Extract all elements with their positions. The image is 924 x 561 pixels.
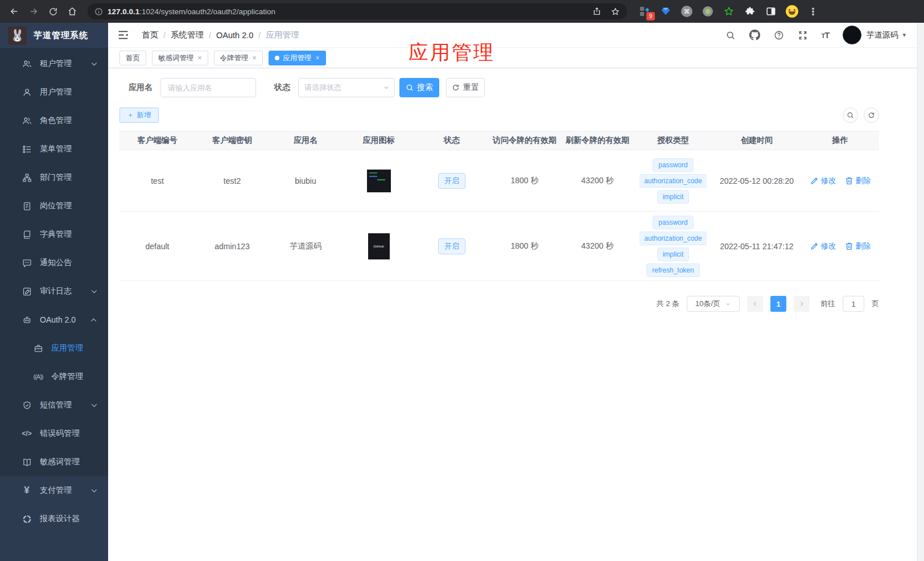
cell-client-id: test <box>119 176 195 185</box>
sidebar-item-tenant[interactable]: 租户管理 <box>0 50 108 78</box>
status-tag: 开启 <box>438 173 465 189</box>
next-page-button[interactable] <box>794 296 810 312</box>
browser-back-button[interactable] <box>6 3 23 20</box>
trash-icon <box>844 241 854 251</box>
column-header: 应用图标 <box>342 135 415 146</box>
breadcrumb-current: 应用管理 <box>266 30 299 40</box>
sidebar-item-menu[interactable]: 菜单管理 <box>0 135 108 163</box>
side-panel-icon[interactable] <box>765 5 777 18</box>
extension-recorder-icon[interactable] <box>702 5 714 18</box>
shield-icon <box>22 401 32 410</box>
tab-令牌管理[interactable]: 令牌管理× <box>214 51 263 65</box>
page-scrollbar[interactable] <box>917 23 924 561</box>
sidebar-item-error-code[interactable]: </>错误码管理 <box>0 419 108 448</box>
delete-link[interactable]: 删除 <box>844 176 871 186</box>
collapse-sidebar-icon[interactable] <box>117 29 129 41</box>
sidebar-item-label: 通知公告 <box>40 258 72 268</box>
edit-link[interactable]: 修改 <box>810 176 836 186</box>
site-info-icon[interactable] <box>94 7 103 16</box>
browser-reload-button[interactable] <box>44 3 61 20</box>
search-icon[interactable] <box>725 30 736 40</box>
breadcrumb-oauth2[interactable]: OAuth 2.0 <box>216 31 253 40</box>
red-annotation-title: 应用管理 <box>409 39 495 66</box>
fullscreen-icon[interactable] <box>798 30 808 40</box>
browser-forward-button[interactable] <box>25 3 42 20</box>
user-icon <box>22 88 32 97</box>
user-menu[interactable]: 芋道源码 ▾ <box>843 26 906 44</box>
extension-gem-icon[interactable] <box>659 5 672 18</box>
delete-label: 删除 <box>856 241 871 251</box>
delete-link[interactable]: 删除 <box>844 241 871 251</box>
close-tab-icon[interactable]: × <box>253 54 257 62</box>
extension-tampermonkey-icon[interactable]: 9 <box>638 5 651 18</box>
sidebar-item-oauth2-application[interactable]: 应用管理 <box>0 334 108 362</box>
grant-type-tag: password <box>653 158 693 172</box>
page-size-select[interactable]: 10条/页 <box>687 296 740 312</box>
chevron-down-icon <box>89 486 99 496</box>
close-tab-icon[interactable]: × <box>316 54 320 62</box>
refresh-table-button[interactable] <box>864 108 879 123</box>
help-icon[interactable] <box>774 30 784 40</box>
column-header: 授权类型 <box>634 135 712 146</box>
cell-grant-types: passwordauthorization_codeimplicit <box>634 157 712 205</box>
sidebar-item-pay[interactable]: ¥支付管理 <box>0 476 108 505</box>
status-select[interactable]: 请选择状态 <box>298 78 395 97</box>
close-tab-icon[interactable]: × <box>198 54 202 62</box>
sidebar-item-report-designer[interactable]: 报表设计器 <box>0 505 108 533</box>
sidebar-item-sms[interactable]: 短信管理 <box>0 391 108 419</box>
edit-label: 修改 <box>821 241 836 251</box>
sidebar-item-user[interactable]: 用户管理 <box>0 78 108 106</box>
sidebar-item-label: 支付管理 <box>40 485 72 496</box>
github-icon[interactable] <box>749 30 760 40</box>
edit-link[interactable]: 修改 <box>810 241 836 251</box>
sidebar-item-sensitive-word[interactable]: 敏感词管理 <box>0 448 108 476</box>
sidebar-item-dict[interactable]: 字典管理 <box>0 220 108 249</box>
search-button[interactable]: 搜索 <box>399 78 439 97</box>
reset-button[interactable]: 重置 <box>446 78 485 97</box>
app-name-input[interactable] <box>160 78 256 97</box>
app-icon-image <box>367 170 391 192</box>
app-logo[interactable]: 🐰 芋道管理系统 <box>0 23 108 48</box>
sidebar-item-notice[interactable]: 通知公告 <box>0 249 108 277</box>
tab-首页[interactable]: 首页 <box>119 51 146 65</box>
sidebar-item-label: 菜单管理 <box>40 144 72 154</box>
toggle-search-button[interactable] <box>843 108 858 123</box>
sidebar-item-post[interactable]: 岗位管理 <box>0 192 108 220</box>
table-body: testtest2biubiu开启1800 秒43200 秒passwordau… <box>119 150 879 281</box>
tab-敏感词管理[interactable]: 敏感词管理× <box>152 51 208 65</box>
reset-button-label: 重置 <box>463 82 479 93</box>
address-bar[interactable]: 127.0.0.1:1024/system/oauth2/oauth2/appl… <box>88 3 627 19</box>
tab-应用管理[interactable]: 应用管理× <box>269 51 326 65</box>
system-submenu-group: 租户管理用户管理角色管理菜单管理部门管理岗位管理字典管理通知公告审计日志OAut… <box>0 48 108 476</box>
add-button-label: 新增 <box>137 110 151 120</box>
prev-page-button[interactable] <box>747 296 763 312</box>
profile-avatar-icon[interactable] <box>786 5 798 18</box>
browser-menu-icon[interactable]: ⋮ <box>807 5 819 18</box>
sidebar-item-dept[interactable]: 部门管理 <box>0 163 108 192</box>
browser-home-button[interactable] <box>64 3 81 20</box>
font-size-icon[interactable]: TT <box>822 30 830 40</box>
add-button[interactable]: ＋ 新增 <box>119 108 159 123</box>
breadcrumb-home[interactable]: 首页 <box>142 30 158 40</box>
page-unit-label: 页 <box>872 299 879 309</box>
goto-page-input[interactable] <box>843 296 864 312</box>
chevron-down-icon <box>383 84 390 91</box>
sidebar-item-oauth2[interactable]: OAuth 2.0 <box>0 306 108 334</box>
share-icon[interactable] <box>592 7 601 16</box>
bookmark-star-icon[interactable] <box>610 7 620 16</box>
goto-label: 前往 <box>820 299 835 309</box>
extensions-puzzle-icon[interactable] <box>744 5 756 18</box>
sidebar-item-oauth2-token[interactable]: ((A))令牌管理 <box>0 362 108 391</box>
cell-app-name: biubiu <box>269 176 342 185</box>
sidebar-item-audit-log[interactable]: 审计日志 <box>0 277 108 306</box>
page-number-1[interactable]: 1 <box>770 296 786 312</box>
app-icon-image: GitHub <box>368 233 390 259</box>
extension-star-icon[interactable] <box>723 5 735 18</box>
breadcrumb-separator: / <box>209 31 211 40</box>
grant-type-tag: implicit <box>657 248 690 261</box>
breadcrumb-system[interactable]: 系统管理 <box>171 30 204 40</box>
sidebar: 🐰 芋道管理系统 租户管理用户管理角色管理菜单管理部门管理岗位管理字典管理通知公… <box>0 23 108 561</box>
breadcrumb-separator: / <box>163 31 166 40</box>
extension-command-icon[interactable]: ⌘ <box>680 5 693 18</box>
sidebar-item-role[interactable]: 角色管理 <box>0 106 108 135</box>
